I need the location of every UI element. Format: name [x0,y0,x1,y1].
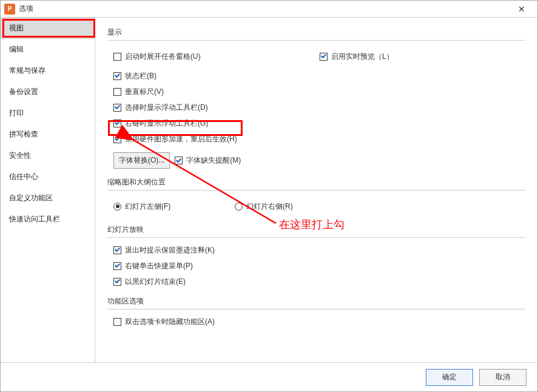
option-status-bar[interactable]: 状态栏(B) [113,70,525,82]
option-thumb-left[interactable]: 幻灯片左侧(F) [113,200,229,212]
sidebar-item-label: 备份设置 [9,87,38,96]
option-label: 退出时提示保留墨迹注释(K) [125,245,215,255]
option-label: 双击选项卡时隐藏功能区(A) [125,317,215,327]
checkbox-icon [113,318,121,326]
sidebar-item-label: 编辑 [9,45,24,53]
option-font-missing[interactable]: 字体缺失提醒(M) [186,155,241,166]
section-title-ribbon: 功能区选项 [107,296,525,306]
cancel-button[interactable]: 取消 [479,369,526,386]
content-pane: 显示 启动时展开任务窗格(U) 启用实时预览（L） [95,18,537,362]
option-select-float-toolbar[interactable]: 选择时显示浮动工具栏(D) [113,101,525,113]
option-vertical-ruler[interactable]: 垂直标尺(V) [113,86,525,98]
window-title: 选项 [19,4,509,14]
option-label: 状态栏(B) [125,71,156,81]
sidebar-item-trust-center[interactable]: 信任中心 [1,166,95,188]
section-slideshow: 幻灯片放映 退出时提示保留墨迹注释(K) 右键单击快捷菜单(P) 以黑幻灯片结束… [107,225,525,288]
divider [107,40,525,41]
radio-icon [113,203,121,211]
sidebar-item-label: 常规与保存 [9,66,45,75]
checkbox-icon [113,278,121,286]
close-icon: ✕ [518,4,525,14]
option-label: 右键时显示浮动工具栏(G) [125,118,208,129]
checkbox-icon [113,88,121,96]
divider [107,309,525,309]
font-row: 字体替换(O)... 字体缺失提醒(M) [113,152,525,169]
section-title-slideshow: 幻灯片放映 [107,225,525,235]
checkbox-icon [113,53,121,61]
ok-button[interactable]: 确定 [426,369,473,386]
divider [107,190,525,191]
checkbox-icon [113,262,121,270]
option-thumb-right[interactable]: 幻灯片右侧(R) [235,200,525,212]
option-rclick-float-toolbar[interactable]: 右键时显示浮动工具栏(G) [113,117,525,129]
checkbox-icon [113,246,121,254]
option-label: 垂直标尺(V) [125,87,164,97]
option-label: 幻灯片左侧(F) [125,201,170,212]
option-disable-hw-accel[interactable]: 禁用硬件图形加速，重启后生效(H) [113,133,525,145]
sidebar-item-label: 快速访问工具栏 [9,215,60,223]
checkbox-icon [113,135,121,143]
section-display: 显示 启动时展开任务窗格(U) 启用实时预览（L） [107,27,525,169]
radio-icon [235,203,243,211]
options-dialog: P 选项 ✕ 视图 编辑 常规与保存 备份设置 打印 拼写检查 安全性 信任中心… [0,0,538,392]
sidebar-item-edit[interactable]: 编辑 [1,39,95,60]
checkbox-icon [113,120,121,127]
section-title-thumb: 缩略图和大纲位置 [107,177,525,188]
sidebar-item-custom-ribbon[interactable]: 自定义功能区 [1,188,95,209]
option-exit-ink[interactable]: 退出时提示保留墨迹注释(K) [113,244,525,256]
sidebar-item-label: 安全性 [9,151,31,160]
checkbox-icon [113,72,121,80]
checkbox-icon [175,157,183,164]
option-label: 以黑幻灯片结束(E) [125,277,186,287]
option-startup-pane[interactable]: 启动时展开任务窗格(U) [113,50,314,63]
dialog-footer: 确定 取消 [1,362,537,391]
close-button[interactable]: ✕ [509,1,534,17]
sidebar-item-spelling[interactable]: 拼写检查 [1,124,95,145]
titlebar: P 选项 ✕ [1,1,537,18]
sidebar-item-label: 拼写检查 [9,130,38,138]
checkbox-icon [113,104,121,112]
option-label: 选择时显示浮动工具栏(D) [125,103,208,113]
button-label: 取消 [496,372,510,382]
sidebar-item-general-save[interactable]: 常规与保存 [1,60,95,81]
divider [107,237,525,238]
sidebar: 视图 编辑 常规与保存 备份设置 打印 拼写检查 安全性 信任中心 自定义功能区… [1,18,95,362]
option-label: 启动时展开任务窗格(U) [125,52,201,62]
option-black-end[interactable]: 以黑幻灯片结束(E) [113,275,525,288]
dialog-body: 视图 编辑 常规与保存 备份设置 打印 拼写检查 安全性 信任中心 自定义功能区… [1,18,537,362]
sidebar-item-label: 自定义功能区 [9,194,53,202]
sidebar-item-label: 打印 [9,109,24,117]
sidebar-item-security[interactable]: 安全性 [1,145,95,166]
sidebar-item-print[interactable]: 打印 [1,103,95,124]
sidebar-item-label: 信任中心 [9,172,38,181]
option-label: 禁用硬件图形加速，重启后生效(H) [125,134,237,144]
option-label: 右键单击快捷菜单(P) [125,261,193,271]
option-dblclick-hide-ribbon[interactable]: 双击选项卡时隐藏功能区(A) [113,316,525,328]
section-thumb: 缩略图和大纲位置 幻灯片左侧(F) 幻灯片右侧(R) [107,177,525,216]
button-label: 确定 [442,372,457,382]
sidebar-item-view[interactable]: 视图 [1,18,95,39]
option-rclick-menu[interactable]: 右键单击快捷菜单(P) [113,260,525,272]
option-realtime-preview[interactable]: 启用实时预览（L） [320,50,525,63]
checkbox-icon [320,53,328,61]
option-label: 幻灯片右侧(R) [246,201,293,212]
sidebar-item-backup[interactable]: 备份设置 [1,81,95,103]
app-icon: P [4,4,15,15]
section-ribbon: 功能区选项 双击选项卡时隐藏功能区(A) [107,296,525,328]
sidebar-item-qat[interactable]: 快速访问工具栏 [1,209,95,230]
font-replace-button[interactable]: 字体替换(O)... [113,152,170,169]
sidebar-item-label: 视图 [9,24,24,32]
option-label: 启用实时预览（L） [331,52,394,62]
section-title-display: 显示 [107,27,525,38]
